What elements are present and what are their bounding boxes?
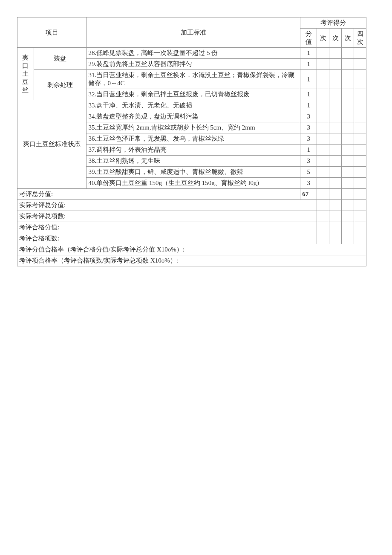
- score-cell: [354, 70, 366, 89]
- summary-total-row: 考评总分值: 67: [17, 189, 366, 200]
- score-cell: [342, 111, 354, 122]
- score-cell: [329, 178, 342, 189]
- score-cell: [317, 167, 329, 178]
- summary-row: 考评项合格率（考评合格项数/实际考评总项数 X10o%）:: [17, 255, 366, 266]
- summary-actual-total-score: 实际考评总分值:: [17, 200, 317, 211]
- header-round2: 次: [329, 29, 342, 48]
- score-cell: [329, 100, 342, 111]
- table-row: 爽口土豆丝 装盘 28.低峰见票装盘，高峰一次装盘量不超过 5 份 1: [17, 48, 366, 59]
- score-value: 1: [300, 70, 317, 89]
- score-cell: [329, 200, 342, 211]
- header-standard: 加工标准: [86, 17, 300, 48]
- score-cell: [317, 48, 329, 59]
- summary-pass-score: 考评合格分值:: [17, 222, 317, 233]
- standard-text: 35.土豆丝宽厚约 2mm,青椒丝或胡萝卜长约 5cm、宽约 2mm: [86, 122, 300, 133]
- standard-text: 34.装盘造型整齐美观，盘边无调料污染: [86, 111, 300, 122]
- score-cell: [329, 222, 342, 233]
- score-cell: [342, 100, 354, 111]
- score-cell: [317, 70, 329, 89]
- standard-text: 37.调料拌匀，外表油光晶亮: [86, 145, 300, 156]
- score-cell: [317, 200, 329, 211]
- score-cell: [317, 59, 329, 70]
- evaluation-table: 项目 加工标准 考评得分 分值 次 次 次 四次 爽口土豆丝 装盘 28.低峰见…: [17, 17, 366, 266]
- score-cell: [329, 145, 342, 156]
- score-cell: [354, 89, 366, 100]
- score-value: 1: [300, 48, 317, 59]
- standard-text: 29.装盘前先将土豆丝从容器底部拌匀: [86, 59, 300, 70]
- score-cell: [354, 178, 366, 189]
- score-cell: [317, 222, 329, 233]
- header-round1: 次: [317, 29, 329, 48]
- summary-rate-items: 考评项合格率（考评合格项数/实际考评总项数 X10o%）:: [17, 255, 366, 266]
- score-cell: [329, 211, 342, 222]
- score-cell: [342, 145, 354, 156]
- summary-total-label: 考评总分值:: [17, 189, 300, 200]
- summary-total-value: 67: [300, 189, 317, 200]
- score-cell: [354, 133, 366, 145]
- section2-group: 爽口土豆丝标准状态: [17, 100, 86, 189]
- score-cell: [354, 156, 366, 167]
- header-score-group: 考评得分: [300, 17, 366, 29]
- table-row: 剩余处理 31.当日营业结束，剩余土豆丝换水，水淹没土豆丝；青椒保鲜袋装，冷藏储…: [17, 70, 366, 89]
- score-value: 3: [300, 133, 317, 145]
- header-round4: 四次: [354, 29, 366, 48]
- score-value: 1: [300, 89, 317, 100]
- score-cell: [342, 133, 354, 145]
- standard-text: 32.当日营业结束，剩余已拌土豆丝报废，已切青椒丝报废: [86, 89, 300, 100]
- summary-row: 实际考评总项数:: [17, 211, 366, 222]
- summary-pass-items: 考评合格项数:: [17, 233, 317, 244]
- score-cell: [354, 211, 366, 222]
- score-cell: [354, 111, 366, 122]
- score-cell: [317, 156, 329, 167]
- section1-group: 爽口土豆丝: [17, 48, 34, 100]
- score-value: 3: [300, 178, 317, 189]
- score-value: 1: [300, 59, 317, 70]
- score-cell: [342, 59, 354, 70]
- score-cell: [354, 100, 366, 111]
- score-cell: [342, 233, 354, 244]
- standard-text: 38.土豆丝刚熟透，无生味: [86, 156, 300, 167]
- score-cell: [342, 178, 354, 189]
- score-value: 3: [300, 156, 317, 167]
- score-cell: [317, 189, 329, 200]
- standard-text: 28.低峰见票装盘，高峰一次装盘量不超过 5 份: [86, 48, 300, 59]
- summary-row: 考评合格分值:: [17, 222, 366, 233]
- summary-row: 实际考评总分值:: [17, 200, 366, 211]
- score-cell: [329, 70, 342, 89]
- standard-text: 31.当日营业结束，剩余土豆丝换水，水淹没土豆丝；青椒保鲜袋装，冷藏储存，0～4…: [86, 70, 300, 89]
- score-cell: [329, 156, 342, 167]
- score-cell: [317, 145, 329, 156]
- score-cell: [317, 211, 329, 222]
- score-cell: [329, 89, 342, 100]
- score-value: 3: [300, 111, 317, 122]
- score-cell: [329, 122, 342, 133]
- score-cell: [354, 233, 366, 244]
- score-cell: [342, 122, 354, 133]
- score-cell: [329, 167, 342, 178]
- score-cell: [354, 200, 366, 211]
- summary-row: 考评分值合格率（考评合格分值/实际考评总分值 X10o%）:: [17, 244, 366, 255]
- score-value: 1: [300, 145, 317, 156]
- score-cell: [329, 48, 342, 59]
- score-cell: [342, 70, 354, 89]
- score-cell: [342, 156, 354, 167]
- header-round3: 次: [342, 29, 354, 48]
- score-cell: [329, 189, 342, 200]
- standard-text: 33.盘干净、无水渍、无老化、无破损: [86, 100, 300, 111]
- standard-text: 40.单份爽口土豆丝重 150g（生土豆丝约 150g、育椒丝约 I0g）: [86, 178, 300, 189]
- section1-sub2: 剩余处理: [34, 70, 86, 100]
- summary-row: 考评合格项数:: [17, 233, 366, 244]
- score-cell: [329, 133, 342, 145]
- score-cell: [354, 48, 366, 59]
- summary-actual-total-items: 实际考评总项数:: [17, 211, 317, 222]
- score-cell: [354, 122, 366, 133]
- score-cell: [317, 100, 329, 111]
- score-cell: [317, 111, 329, 122]
- score-cell: [342, 200, 354, 211]
- score-cell: [329, 233, 342, 244]
- score-cell: [329, 59, 342, 70]
- score-cell: [342, 189, 354, 200]
- score-cell: [317, 178, 329, 189]
- score-cell: [317, 233, 329, 244]
- score-cell: [329, 111, 342, 122]
